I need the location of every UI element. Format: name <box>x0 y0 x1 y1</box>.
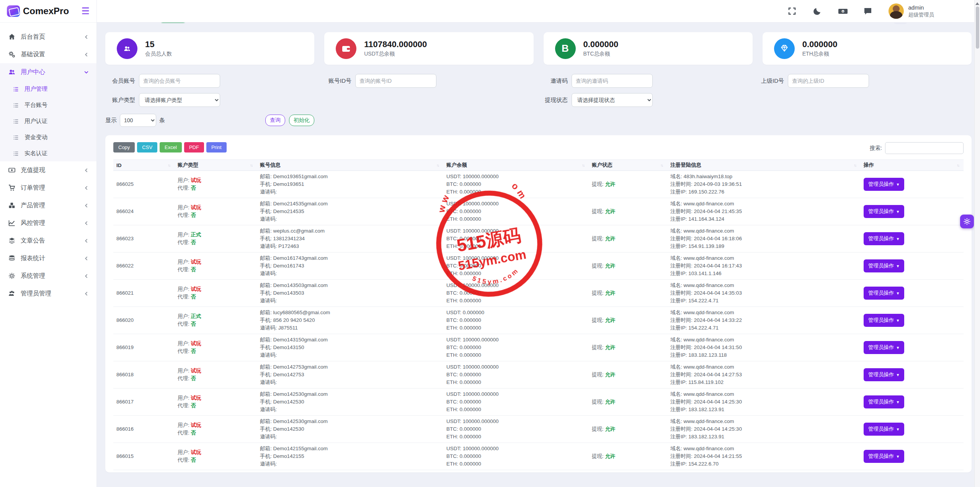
sidebar-subitem-1[interactable]: 平台账号 <box>0 97 96 113</box>
cash-icon[interactable]: $ <box>838 7 847 16</box>
sidebar-item-6[interactable]: 风控管理 <box>0 214 96 232</box>
table-row: 866023 用户: 正式 代理: 否 邮箱: weplus.cc@gmail.… <box>113 225 964 253</box>
sidebar-subitem-4[interactable]: 实名认证 <box>0 145 96 161</box>
filter-input-2[interactable] <box>572 74 653 88</box>
sidebar-subitem-3[interactable]: 资金变动 <box>0 129 96 145</box>
eth-balance: 0.000000 <box>460 243 481 249</box>
phone-value: Demo161743 <box>273 263 304 269</box>
admin-action-button[interactable]: 管理员操作▼ <box>864 341 904 354</box>
filter-input-3[interactable] <box>788 74 869 88</box>
chart-icon <box>8 220 16 226</box>
account-status-cell: 提现: 允许 <box>589 235 667 243</box>
export-copy-button[interactable]: Copy <box>113 142 135 152</box>
sidebar-item-label: 用户中心 <box>21 68 45 76</box>
sidebar-item-4[interactable]: 订单管理 <box>0 179 96 197</box>
admin-action-button[interactable]: 管理员操作▼ <box>864 178 904 191</box>
filter-input-0[interactable] <box>139 74 220 88</box>
floating-settings-button[interactable] <box>960 215 974 228</box>
export-excel-button[interactable]: Excel <box>160 142 182 152</box>
caret-down-icon: ▼ <box>896 346 900 350</box>
stat-value: 1107840.000000 <box>364 39 427 49</box>
admin-action-button[interactable]: 管理员操作▼ <box>864 232 904 245</box>
register-info-cell: 域名: www.qdd-finance.com 注册时间: 2024-04-04… <box>667 309 861 332</box>
sidebar-item-3[interactable]: 充值提现 <box>0 161 96 179</box>
register-ip-value: 154.222.6.70 <box>688 461 719 467</box>
domain-value: www.qdd-finance.com <box>684 364 734 370</box>
admin-action-button[interactable]: 管理员操作▼ <box>864 395 904 408</box>
stat-value: 0.000000 <box>802 39 838 49</box>
column-header-5[interactable]: 注册登陆信息 ↑↓ <box>667 162 861 169</box>
phone-value: Demo143150 <box>273 344 304 350</box>
phone-value: Demo214535 <box>273 208 304 214</box>
withdraw-status: 允许 <box>605 372 616 377</box>
sidebar-item-9[interactable]: 系统管理 <box>0 267 96 285</box>
phone-value: Demo143503 <box>273 290 304 296</box>
column-header-1[interactable]: 账户类型 ↑↓ <box>175 162 257 169</box>
sidebar-item-2[interactable]: 用户中心 <box>0 63 96 81</box>
query-button[interactable]: 查询 <box>265 115 285 126</box>
fullscreen-icon[interactable] <box>787 7 797 16</box>
sort-icon: ↑↓ <box>660 163 664 167</box>
reset-button[interactable]: 初始化 <box>289 115 314 126</box>
column-header-2[interactable]: 账号信息 ↑↓ <box>257 162 443 169</box>
user-name: admin <box>908 4 934 11</box>
column-header-0[interactable]: ID ↑↓ <box>113 162 175 168</box>
table-row: 866016 用户: 试玩 代理: 否 邮箱: Demo142530gmail.… <box>113 416 964 443</box>
column-header-4[interactable]: 账户状态 ↑↓ <box>589 162 667 169</box>
domain-value: www.qdd-finance.com <box>684 446 734 451</box>
admin-action-button[interactable]: 管理员操作▼ <box>864 423 904 436</box>
filter-label: 提现状态 <box>538 97 568 104</box>
sidebar-subitem-0[interactable]: 用户管理 <box>0 81 96 97</box>
table-search-input[interactable] <box>885 142 964 154</box>
page-size-select[interactable]: 100 <box>120 114 156 127</box>
chat-icon[interactable] <box>863 7 872 16</box>
sidebar-item-1[interactable]: 基础设置 <box>0 46 96 63</box>
account-info-cell: 邮箱: Demo142155gmail.com 手机: Demo142155 邀… <box>257 445 443 468</box>
withdraw-status: 允许 <box>605 208 616 214</box>
account-status-cell: 提现: 允许 <box>589 398 667 406</box>
admin-action-button[interactable]: 管理员操作▼ <box>864 314 904 327</box>
export-print-button[interactable]: Print <box>206 142 227 152</box>
export-pdf-button[interactable]: PDF <box>184 142 204 152</box>
admin-action-button[interactable]: 管理员操作▼ <box>864 259 904 272</box>
balance-cell: USDT: 100000.000000 BTC: 0.000000 ETH: 0… <box>443 173 589 196</box>
caret-down-icon: ▼ <box>896 210 900 214</box>
register-info-cell: 域名: www.qdd-finance.com 注册时间: 2024-04-04… <box>667 418 861 441</box>
hamburger-menu-icon[interactable]: ☰ <box>81 7 90 16</box>
filter-input-1[interactable] <box>355 74 436 88</box>
chevron-left-icon <box>84 203 89 208</box>
column-header-3[interactable]: 账户余额 ↑↓ <box>443 162 589 169</box>
member-id: 866024 <box>113 208 175 215</box>
admin-action-button[interactable]: 管理员操作▼ <box>864 450 904 463</box>
admin-action-button[interactable]: 管理员操作▼ <box>864 205 904 218</box>
account-type-cell: 用户: 试玩 代理: 否 <box>175 177 257 192</box>
sidebar-item-8[interactable]: 报表统计 <box>0 249 96 267</box>
page-scrollbar[interactable] <box>974 0 980 487</box>
sidebar-item-5[interactable]: 产品管理 <box>0 197 96 214</box>
scrollbar-thumb[interactable] <box>976 7 979 49</box>
filter-select-0[interactable]: 请选择账户类型 <box>139 93 220 107</box>
phone-value: Demo193651 <box>273 181 304 187</box>
user-type-value: 正式 <box>191 313 201 319</box>
moon-icon[interactable] <box>813 7 822 16</box>
account-type-cell: 用户: 试玩 代理: 否 <box>175 258 257 274</box>
export-csv-button[interactable]: CSV <box>137 142 157 152</box>
register-time-value: 2024-04-04 21:45:35 <box>694 208 742 214</box>
phone-value: Demo142530 <box>273 426 304 432</box>
account-status-cell: 提现: 允许 <box>589 262 667 270</box>
filter-select-1[interactable]: 请选择提现状态 <box>572 93 653 107</box>
sidebar-item-0[interactable]: 后台首页 <box>0 28 96 46</box>
sidebar-item-10[interactable]: 管理员管理 <box>0 285 96 302</box>
user-type-value: 试玩 <box>191 177 201 183</box>
admin-action-button[interactable]: 管理员操作▼ <box>864 368 904 381</box>
sidebar-subitem-2[interactable]: 用户认证 <box>0 113 96 129</box>
email-value: Demo142155gmail.com <box>273 446 328 451</box>
wallet-stat-icon <box>336 38 356 59</box>
column-header-6[interactable]: 操作 ↑↓ <box>861 162 964 169</box>
user-menu[interactable]: admin 超级管理员 <box>889 3 934 19</box>
scrollbar-up-arrow[interactable] <box>975 2 979 5</box>
chevron-left-icon <box>84 291 89 296</box>
member-id: 866022 <box>113 262 175 270</box>
admin-action-button[interactable]: 管理员操作▼ <box>864 287 904 300</box>
sidebar-item-7[interactable]: 文章公告 <box>0 232 96 249</box>
